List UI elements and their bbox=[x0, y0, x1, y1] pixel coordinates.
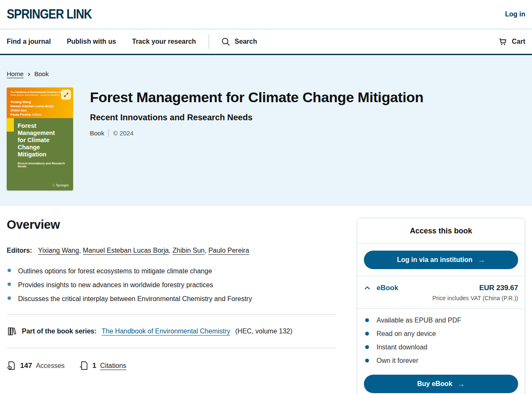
book-hero: Home › Book The Handbook of Environmenta… bbox=[0, 55, 532, 206]
divider bbox=[7, 315, 336, 315]
ebook-feature: Own it forever bbox=[364, 357, 518, 365]
arrow-right-icon: → bbox=[477, 256, 485, 264]
cover-yellow-accent bbox=[7, 118, 14, 132]
overview-heading: Overview bbox=[7, 218, 336, 232]
ebook-feature: Read on any device bbox=[364, 330, 518, 338]
search-label: Search bbox=[234, 38, 257, 45]
log-in-link[interactable]: Log in bbox=[505, 11, 525, 18]
nav-divider bbox=[208, 34, 209, 49]
access-this-book-card: Access this book Log in via an instituti… bbox=[357, 218, 525, 394]
cart-label: Cart bbox=[512, 38, 525, 45]
meta-divider bbox=[108, 129, 109, 137]
cover-expand-button[interactable] bbox=[61, 90, 71, 100]
access-card-title: Access this book bbox=[357, 218, 525, 244]
ebook-price-row: eBook EUR 239.67 Price includes VAT (Chi… bbox=[357, 276, 525, 309]
citations-link[interactable]: Citations bbox=[100, 362, 126, 370]
svg-text:“: “ bbox=[79, 365, 82, 370]
breadcrumb-home-link[interactable]: Home bbox=[7, 70, 24, 77]
springer-link-logo[interactable]: SPRINGER LINK bbox=[7, 7, 92, 22]
ebook-price: EUR 239.67 bbox=[432, 284, 518, 292]
accesses-metric: 147 Accesses bbox=[7, 361, 65, 370]
series-volume: (HEC, volume 132) bbox=[235, 328, 292, 335]
accesses-count: 147 bbox=[20, 362, 32, 370]
page-title: Forest Management for Climate Change Mit… bbox=[90, 89, 424, 106]
book-series-icon bbox=[7, 326, 17, 336]
nav-find-a-journal[interactable]: Find a journal bbox=[7, 38, 51, 45]
main-nav: Find a journal Publish with us Track you… bbox=[0, 29, 532, 55]
cart-icon bbox=[498, 37, 508, 47]
divider bbox=[7, 348, 336, 348]
overview-bullet: Outlines options for forest ecosystems t… bbox=[7, 267, 336, 275]
editor-link[interactable]: Manuel Esteban Lucas Borja bbox=[83, 247, 169, 254]
cover-series-editors: Series Editors: Damià Barceló · Andrey G… bbox=[11, 94, 69, 96]
metrics-row: 147 Accesses “ 1 Citations bbox=[7, 361, 336, 370]
editor-link[interactable]: Paulo Pereira bbox=[208, 247, 249, 254]
series-link[interactable]: The Handbook of Environmental Chemistry bbox=[102, 328, 230, 335]
expand-icon bbox=[63, 92, 69, 98]
cover-authors: Yixiang Wang Manuel Esteban Lucas Borja … bbox=[11, 100, 69, 116]
vat-note: Price includes VAT (China (P.R.)) bbox=[432, 295, 518, 301]
accesses-icon bbox=[7, 361, 16, 370]
series-label: Part of the book series: bbox=[22, 328, 97, 335]
ebook-feature: Available as EPUB and PDF bbox=[364, 317, 518, 324]
ebook-label: eBook bbox=[377, 284, 398, 292]
ebook-toggle[interactable]: eBook bbox=[364, 284, 398, 292]
book-series-row: Part of the book series: The Handbook of… bbox=[7, 326, 336, 336]
copyright-year: © 2024 bbox=[113, 130, 134, 137]
buy-ebook-button[interactable]: Buy eBook → bbox=[364, 375, 518, 393]
nav-track-your-research[interactable]: Track your research bbox=[132, 38, 196, 45]
citations-metric: “ 1 Citations bbox=[79, 361, 126, 370]
springer-publisher-logo: ♘ Springer bbox=[52, 183, 69, 187]
nav-publish-with-us[interactable]: Publish with us bbox=[67, 38, 116, 45]
cover-title: Forest Management for Climate Change Mit… bbox=[18, 122, 69, 159]
chevron-up-icon bbox=[364, 285, 371, 291]
book-cover: The Handbook of Environmental Chemistry … bbox=[7, 87, 73, 190]
springer-horse-icon: ♘ bbox=[52, 183, 55, 187]
breadcrumb-current: Book bbox=[34, 70, 49, 77]
cart-button[interactable]: Cart bbox=[498, 37, 525, 47]
editors-label: Editors: bbox=[7, 247, 32, 254]
cover-subtitle: Recent Innovations and Research Needs bbox=[18, 162, 69, 168]
overview-bullet: Provides insights to new advances in wor… bbox=[7, 281, 336, 289]
ebook-features: Available as EPUB and PDF Read on any de… bbox=[357, 309, 525, 372]
editors-line: Editors: Yixiang Wang, Manuel Esteban Lu… bbox=[7, 247, 336, 254]
cover-series-title: The Handbook of Environmental Chemistry … bbox=[11, 90, 69, 94]
book-meta: Book © 2024 bbox=[90, 129, 424, 137]
editor-link[interactable]: Yixiang Wang bbox=[38, 247, 79, 254]
ebook-feature: Instant download bbox=[364, 344, 518, 351]
overview-bullet: Discusses the critical interplay between… bbox=[7, 295, 336, 303]
editors-links: Yixiang Wang, Manuel Esteban Lucas Borja… bbox=[38, 247, 249, 254]
overview-bullets: Outlines options for forest ecosystems t… bbox=[7, 267, 336, 303]
search-button[interactable]: Search bbox=[221, 37, 257, 46]
citations-icon: “ bbox=[79, 361, 89, 370]
content-type: Book bbox=[90, 130, 104, 137]
chevron-right-icon: › bbox=[28, 70, 30, 77]
arrow-right-icon: → bbox=[457, 380, 465, 388]
citations-count: 1 bbox=[92, 362, 96, 370]
editor-link[interactable]: Zhibin Sun bbox=[173, 247, 205, 254]
accesses-label: Accesses bbox=[36, 362, 64, 370]
search-icon bbox=[221, 37, 230, 46]
login-via-institution-button[interactable]: Log in via an institution → bbox=[364, 251, 518, 269]
breadcrumb: Home › Book bbox=[7, 70, 525, 77]
site-header: SPRINGER LINK Log in bbox=[0, 0, 532, 29]
book-subtitle: Recent Innovations and Research Needs bbox=[90, 113, 424, 122]
